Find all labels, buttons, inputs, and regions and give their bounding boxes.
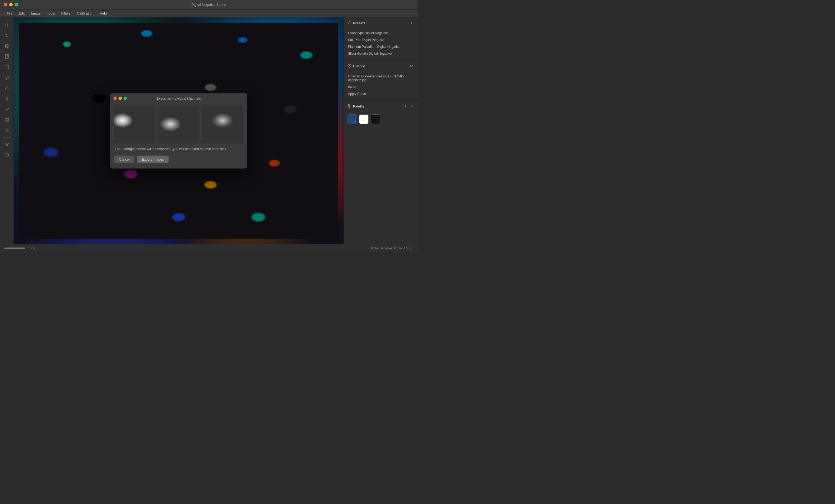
chevron-down-icon: ▾ — [355, 121, 356, 123]
svg-point-12 — [6, 79, 7, 80]
preset-silver-gelatin[interactable]: Silver Gelatin Digital Negative — [344, 50, 418, 57]
preset-cyanotype[interactable]: Cyanotype Digital Negative — [344, 29, 418, 37]
zoom-fill — [4, 248, 25, 249]
menu-edit[interactable]: Edit — [16, 10, 27, 16]
presets-header-left: Presets — [347, 21, 365, 25]
svg-rect-15 — [5, 118, 9, 121]
dialog-close-button[interactable] — [114, 97, 117, 100]
svg-point-26 — [350, 106, 350, 106]
settings-tool[interactable] — [2, 126, 12, 135]
palette-color-white[interactable] — [359, 114, 369, 124]
app-body: ↺ ↻ — [0, 17, 418, 244]
add-tool[interactable] — [2, 150, 12, 160]
history-section: History ↩ Open ricardo-resende-GpvKZL7kC… — [344, 61, 418, 101]
transform-tool[interactable] — [2, 62, 12, 72]
history-header-left: History — [347, 64, 365, 68]
dialog-titlebar: Export as individual channels — [110, 93, 247, 103]
window-controls — [4, 3, 18, 6]
palette-header-left: Palette — [347, 104, 364, 109]
palette-actions: + × — [403, 103, 414, 109]
green-channel-preview — [158, 106, 199, 143]
green-channel-image — [158, 106, 199, 143]
menu-file[interactable]: File — [4, 10, 15, 16]
app-version: Digital Negative Studio: 1.5.0.0 — [370, 247, 413, 250]
svg-rect-9 — [5, 65, 9, 69]
dialog-window-controls — [114, 97, 127, 100]
image-tool[interactable] — [2, 115, 12, 125]
svg-point-27 — [349, 106, 350, 107]
blue-channel-preview — [202, 106, 243, 143]
right-panel: Presets + Cyanotype Digital Negative Sal… — [344, 17, 418, 244]
svg-point-11 — [5, 76, 8, 79]
window-title: Digital Negative Studio — [191, 3, 226, 6]
svg-point-22 — [348, 104, 351, 107]
red-channel-preview — [114, 106, 155, 143]
history-undo-button[interactable]: ↩ — [408, 63, 414, 69]
preset-salt-print[interactable]: Salt Print Digital Negative — [344, 37, 418, 43]
maximize-button[interactable] — [15, 3, 18, 6]
history-title: History — [353, 64, 365, 68]
cancel-button[interactable]: Cancel — [114, 155, 134, 163]
dialog-minimize-button[interactable] — [119, 97, 122, 100]
palette-content: ▾ — [344, 112, 418, 127]
history-item-curve[interactable]: Apply Curve — [344, 90, 418, 97]
rotate-left-tool[interactable]: ↺ — [2, 20, 12, 29]
presets-section: Presets + Cyanotype Digital Negative Sal… — [344, 17, 418, 61]
stamp-tool[interactable] — [2, 94, 12, 104]
dialog-title: Export as individual channels — [114, 97, 243, 100]
dialog-actions: Cancel Export Images — [114, 155, 243, 163]
palette-add-button[interactable]: + — [403, 103, 407, 109]
blue-channel-image — [202, 106, 243, 143]
presets-list: Cyanotype Digital Negative Salt Print Di… — [344, 28, 418, 60]
palette-icon — [347, 104, 351, 109]
dialog-maximize-button[interactable] — [124, 97, 127, 100]
rotate-right-tool[interactable]: ↻ — [2, 30, 12, 40]
minimize-button[interactable] — [9, 3, 13, 6]
svg-point-17 — [6, 130, 8, 131]
title-bar: Digital Negative Studio — [0, 0, 418, 9]
svg-rect-13 — [6, 98, 8, 99]
history-list: Open ricardo-resende-GpvKZL7kC4k-unsplas… — [344, 72, 418, 100]
svg-point-24 — [349, 105, 350, 105]
menu-calibration[interactable]: Calibration — [74, 10, 96, 16]
export-dialog: Export as individual channels — [110, 93, 247, 169]
history-item-open[interactable]: Open ricardo-resende-GpvKZL7kC4k-unsplas… — [344, 73, 418, 83]
palette-title: Palette — [353, 104, 364, 108]
palette-close-button[interactable]: × — [409, 103, 414, 109]
menu-image[interactable]: Image — [28, 10, 43, 16]
history-item-invert[interactable]: Invert — [344, 83, 418, 90]
curve-tool[interactable] — [2, 105, 12, 114]
menu-tools[interactable]: Tools — [44, 10, 58, 16]
crop-tool[interactable] — [2, 41, 12, 51]
status-left: 100% — [4, 247, 36, 250]
dropper-tool[interactable] — [2, 83, 12, 93]
dialog-message: The 3 images above will be exported (you… — [114, 147, 243, 151]
menu-filters[interactable]: Filters — [59, 10, 73, 16]
close-button[interactable] — [4, 3, 7, 6]
menu-help[interactable]: Help — [97, 10, 109, 16]
zoom-level: 100% — [28, 247, 36, 250]
zoom-bar — [4, 248, 25, 249]
layers-tool[interactable] — [2, 140, 12, 149]
history-header: History ↩ — [344, 61, 418, 72]
export-images-button[interactable]: Export Images — [137, 155, 168, 163]
left-toolbar: ↺ ↻ — [0, 17, 14, 244]
svg-point-23 — [348, 105, 349, 106]
palette-color-black[interactable] — [371, 114, 380, 124]
palette-color-darkblue[interactable]: ▾ — [347, 114, 357, 124]
red-channel-image — [114, 106, 155, 143]
svg-rect-10 — [6, 66, 8, 68]
presets-header: Presets + — [344, 17, 418, 28]
palette-header: Palette + × — [344, 101, 418, 112]
presets-title: Presets — [353, 21, 365, 25]
pages-tool[interactable] — [2, 52, 12, 61]
palette-section: Palette + × ▾ — [344, 101, 418, 244]
dialog-channel-images — [114, 106, 243, 143]
preset-platinum[interactable]: Platinum Palladium Digital Negative — [344, 43, 418, 50]
lasso-tool[interactable] — [2, 73, 12, 82]
heart-icon — [347, 21, 351, 25]
dialog-body: The 3 images above will be exported (you… — [110, 103, 247, 169]
presets-add-button[interactable]: + — [409, 20, 414, 26]
svg-point-25 — [350, 105, 350, 106]
canvas-area: Export as individual channels — [14, 17, 344, 244]
